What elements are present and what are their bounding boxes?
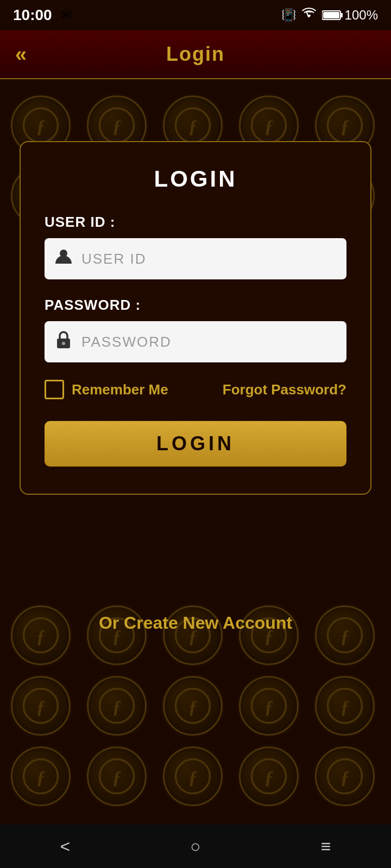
svg-text:ƒ: ƒ bbox=[188, 116, 198, 136]
svg-rect-52 bbox=[323, 12, 339, 18]
remember-row: Remember Me Forgot Password? bbox=[45, 380, 346, 399]
page-title: Login bbox=[166, 43, 225, 66]
coin-20: ƒ bbox=[315, 676, 375, 736]
coin-16: ƒ bbox=[11, 676, 71, 736]
password-input[interactable] bbox=[45, 321, 346, 362]
remember-me-checkbox[interactable] bbox=[45, 380, 64, 399]
svg-text:ƒ: ƒ bbox=[112, 767, 122, 787]
nav-home-button[interactable]: ○ bbox=[174, 831, 217, 862]
coin-22: ƒ bbox=[87, 746, 147, 806]
svg-text:ƒ: ƒ bbox=[36, 116, 46, 136]
svg-text:ƒ: ƒ bbox=[264, 116, 274, 136]
nav-back-button[interactable]: < bbox=[44, 831, 87, 862]
svg-text:ƒ: ƒ bbox=[340, 116, 350, 136]
coin-25: ƒ bbox=[315, 746, 375, 806]
back-button[interactable]: « bbox=[15, 44, 27, 65]
login-card: LOGIN USER ID : PASSWORD : Remember Me F… bbox=[20, 141, 371, 495]
svg-text:ƒ: ƒ bbox=[188, 767, 198, 787]
battery-percent: 100% bbox=[345, 8, 378, 23]
svg-text:ƒ: ƒ bbox=[340, 697, 350, 717]
create-account-row: Or Create New Account bbox=[0, 613, 391, 633]
svg-text:ƒ: ƒ bbox=[264, 767, 274, 787]
remember-me-label: Remember Me bbox=[72, 381, 168, 398]
svg-text:ƒ: ƒ bbox=[264, 697, 274, 717]
bottom-navigation: < ○ ≡ bbox=[0, 825, 391, 868]
lock-icon bbox=[54, 330, 73, 354]
forgot-password-link[interactable]: Forgot Password? bbox=[223, 381, 346, 398]
battery-icon: 100% bbox=[322, 8, 378, 23]
user-icon bbox=[54, 247, 73, 270]
coin-18: ƒ bbox=[163, 676, 223, 736]
nav-menu-button[interactable]: ≡ bbox=[305, 831, 348, 862]
svg-text:ƒ: ƒ bbox=[340, 767, 350, 787]
svg-text:ƒ: ƒ bbox=[188, 697, 198, 717]
svg-text:ƒ: ƒ bbox=[112, 116, 122, 136]
user-id-input[interactable] bbox=[45, 238, 346, 279]
coin-19: ƒ bbox=[239, 676, 299, 736]
svg-point-55 bbox=[62, 342, 65, 345]
svg-rect-51 bbox=[340, 13, 343, 17]
remember-left: Remember Me bbox=[45, 380, 168, 399]
status-bar: 10:00 ✉ 📳 100% bbox=[0, 0, 391, 30]
password-label: PASSWORD : bbox=[45, 297, 346, 314]
vibrate-icon: 📳 bbox=[281, 8, 296, 22]
svg-text:ƒ: ƒ bbox=[36, 767, 46, 787]
user-id-label: USER ID : bbox=[45, 214, 346, 231]
wifi-icon bbox=[301, 8, 317, 23]
user-id-wrapper bbox=[45, 238, 346, 279]
svg-text:ƒ: ƒ bbox=[36, 697, 46, 717]
coin-23: ƒ bbox=[163, 746, 223, 806]
coin-24: ƒ bbox=[239, 746, 299, 806]
create-account-link[interactable]: Or Create New Account bbox=[99, 613, 292, 633]
coin-17: ƒ bbox=[87, 676, 147, 736]
status-time: 10:00 bbox=[13, 7, 52, 24]
top-header: « Login bbox=[0, 30, 391, 79]
password-wrapper bbox=[45, 321, 346, 362]
login-button[interactable]: LOGIN bbox=[45, 421, 346, 467]
login-card-title: LOGIN bbox=[45, 166, 346, 192]
mail-icon: ✉ bbox=[61, 8, 72, 23]
svg-text:ƒ: ƒ bbox=[112, 697, 122, 717]
coin-21: ƒ bbox=[11, 746, 71, 806]
